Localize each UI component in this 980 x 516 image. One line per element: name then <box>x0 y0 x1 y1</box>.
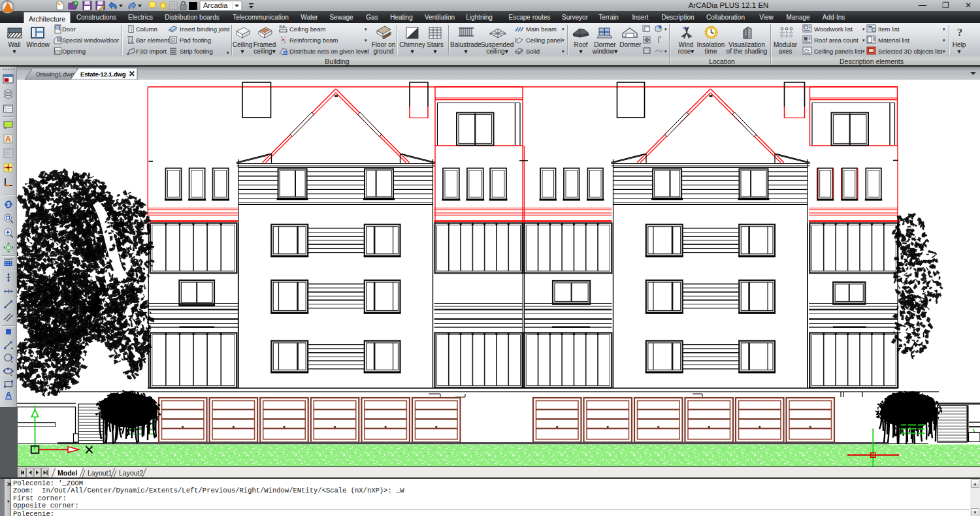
svg-text:Layout1: Layout1 <box>88 469 112 477</box>
svg-text:Arcadia: Arcadia <box>203 1 228 9</box>
svg-text:Estate-12.1.dwg: Estate-12.1.dwg <box>80 71 126 78</box>
svg-text:N: N <box>683 26 685 30</box>
svg-text:A: A <box>5 135 11 144</box>
svg-text:?: ? <box>957 26 963 39</box>
svg-text:A: A <box>5 390 12 400</box>
svg-text:Model: Model <box>57 469 77 477</box>
svg-text:Layout2: Layout2 <box>119 469 144 477</box>
svg-text:Drawing1.dwg: Drawing1.dwg <box>36 71 74 78</box>
